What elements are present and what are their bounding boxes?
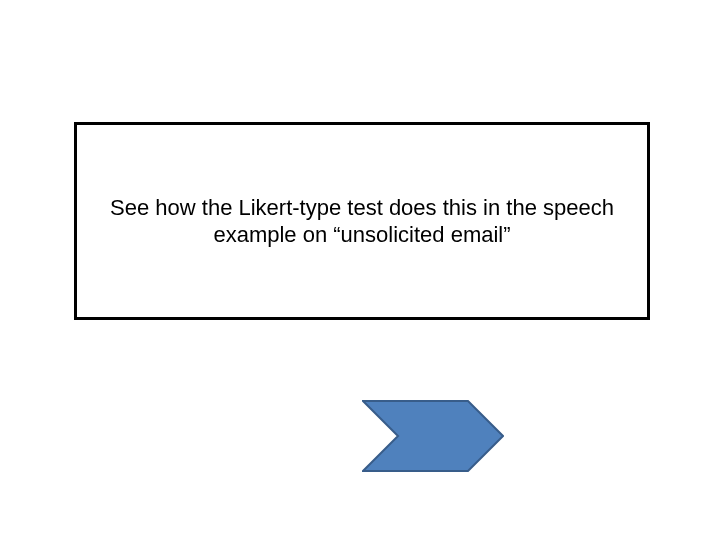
- slide: See how the Likert-type test does this i…: [0, 0, 720, 540]
- text-box: See how the Likert-type test does this i…: [74, 122, 650, 320]
- next-arrow[interactable]: [362, 400, 504, 472]
- arrow-shape: [363, 401, 503, 471]
- arrow-right-icon: [362, 400, 504, 472]
- body-text: See how the Likert-type test does this i…: [91, 194, 633, 249]
